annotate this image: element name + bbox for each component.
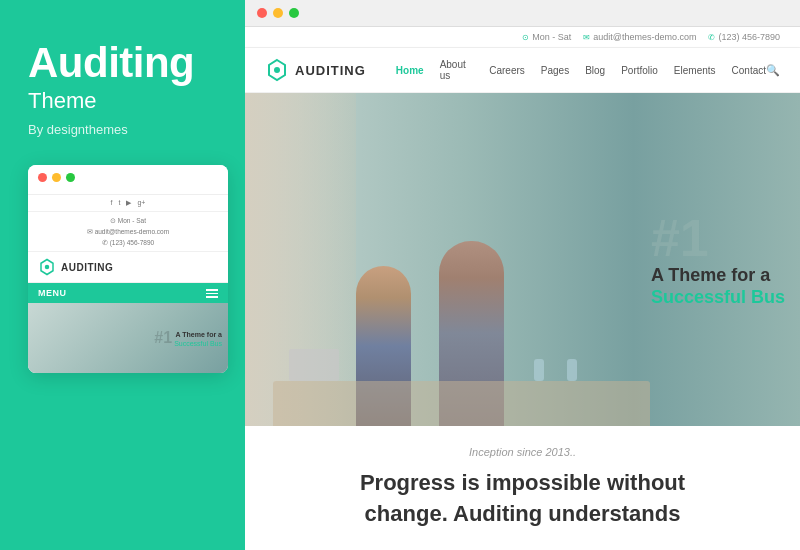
mobile-card-header (28, 165, 228, 195)
theme-subtitle: Theme (28, 88, 96, 114)
mobile-social-yt: ▶ (126, 199, 131, 207)
site-headline-line1: Progress is impossible without (360, 470, 685, 495)
site-logo-icon (265, 58, 289, 82)
nav-link-pages[interactable]: Pages (541, 65, 569, 76)
mobile-logo-icon (38, 258, 56, 276)
mobile-tl-green (66, 173, 75, 182)
mobile-social-gp: g+ (137, 199, 145, 207)
mobile-schedule: ⊙ Mon - Sat (28, 215, 228, 226)
mobile-preview-card: f t ▶ g+ ⊙ Mon - Sat ✉ audit@themes-demo… (28, 165, 228, 373)
mobile-social-fb: f (111, 199, 113, 207)
email-icon: ✉ (583, 33, 590, 42)
theme-author: By designthemes (28, 122, 128, 137)
site-phone-text: (123) 456-7890 (718, 32, 780, 42)
nav-link-elements[interactable]: Elements (674, 65, 716, 76)
svg-point-1 (45, 265, 50, 270)
mobile-hero-tagline: A Theme for a (174, 330, 222, 340)
mobile-tl-yellow (52, 173, 61, 182)
site-topbar-phone: ✆ (123) 456-7890 (708, 32, 780, 42)
nav-link-contact[interactable]: Contact (732, 65, 766, 76)
site-headline-line2: change. Auditing understands (365, 501, 681, 526)
site-topbar-schedule: ⊙ Mon - Sat (522, 32, 571, 42)
browser-tl-yellow (273, 8, 283, 18)
hero-number: #1 (651, 212, 785, 264)
site-logo-text: AUDITING (295, 63, 366, 78)
hero-text-area: #1 A Theme for a Successful Bus (651, 212, 785, 308)
nav-link-about[interactable]: About us (440, 59, 474, 81)
mobile-phone: ✆ (123) 456-7890 (28, 237, 228, 248)
nav-link-careers[interactable]: Careers (489, 65, 525, 76)
site-inception-text: Inception since 2013.. (275, 446, 770, 458)
mobile-menu-bar[interactable]: MENU (28, 283, 228, 303)
site-email-text: audit@themes-demo.com (593, 32, 696, 42)
mobile-tl-red (38, 173, 47, 182)
clock-icon: ⊙ (522, 33, 529, 42)
site-logo[interactable]: AUDITING (265, 58, 366, 82)
site-headline: Progress is impossible without change. A… (275, 468, 770, 530)
site-hero: #1 A Theme for a Successful Bus (245, 93, 800, 426)
mobile-logo-text: AUDITING (61, 262, 113, 273)
mobile-hero-number: #1 (154, 329, 172, 347)
nav-link-home[interactable]: Home (396, 65, 424, 76)
nav-search-icon[interactable]: 🔍 (766, 64, 780, 77)
website-preview: ⊙ Mon - Sat ✉ audit@themes-demo.com ✆ (1… (245, 27, 800, 550)
left-panel: Auditing Theme By designthemes f t ▶ g+ … (0, 0, 245, 550)
hero-tagline-line1: A Theme for a (651, 264, 785, 287)
hero-tagline-line2: Successful Bus (651, 287, 785, 308)
mobile-hero-image: #1 A Theme for a Successful Bus (28, 303, 228, 373)
right-panel: ⊙ Mon - Sat ✉ audit@themes-demo.com ✆ (1… (245, 0, 800, 550)
phone-icon: ✆ (708, 33, 715, 42)
theme-title: Auditing (28, 40, 194, 86)
mobile-social-tw: t (119, 199, 121, 207)
svg-point-3 (274, 67, 280, 73)
nav-link-blog[interactable]: Blog (585, 65, 605, 76)
browser-tl-red (257, 8, 267, 18)
site-below-hero: Inception since 2013.. Progress is impos… (245, 426, 800, 550)
mobile-menu-label: MENU (38, 288, 67, 298)
mobile-social-bar: f t ▶ g+ (28, 195, 228, 212)
mobile-hamburger-icon (206, 289, 218, 298)
site-nav-links: Home About us Careers Pages Blog Portfol… (396, 59, 766, 81)
mobile-hero-accent: Successful Bus (174, 340, 222, 347)
site-nav: AUDITING Home About us Careers Pages Blo… (245, 48, 800, 93)
browser-chrome (245, 0, 800, 27)
site-topbar: ⊙ Mon - Sat ✉ audit@themes-demo.com ✆ (1… (245, 27, 800, 48)
nav-link-portfolio[interactable]: Portfolio (621, 65, 658, 76)
site-topbar-email: ✉ audit@themes-demo.com (583, 32, 696, 42)
mobile-logo-row: AUDITING (28, 252, 228, 283)
mobile-info-bar: ⊙ Mon - Sat ✉ audit@themes-demo.com ✆ (1… (28, 212, 228, 252)
browser-tl-green (289, 8, 299, 18)
mobile-traffic-lights (38, 173, 218, 182)
mobile-email: ✉ audit@themes-demo.com (28, 226, 228, 237)
site-schedule-text: Mon - Sat (532, 32, 571, 42)
